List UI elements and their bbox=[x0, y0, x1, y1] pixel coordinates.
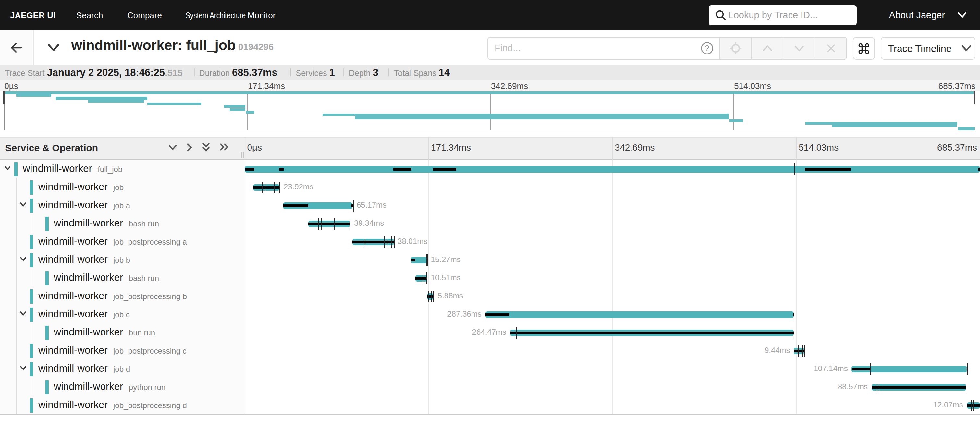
svg-text:?: ? bbox=[705, 44, 710, 52]
